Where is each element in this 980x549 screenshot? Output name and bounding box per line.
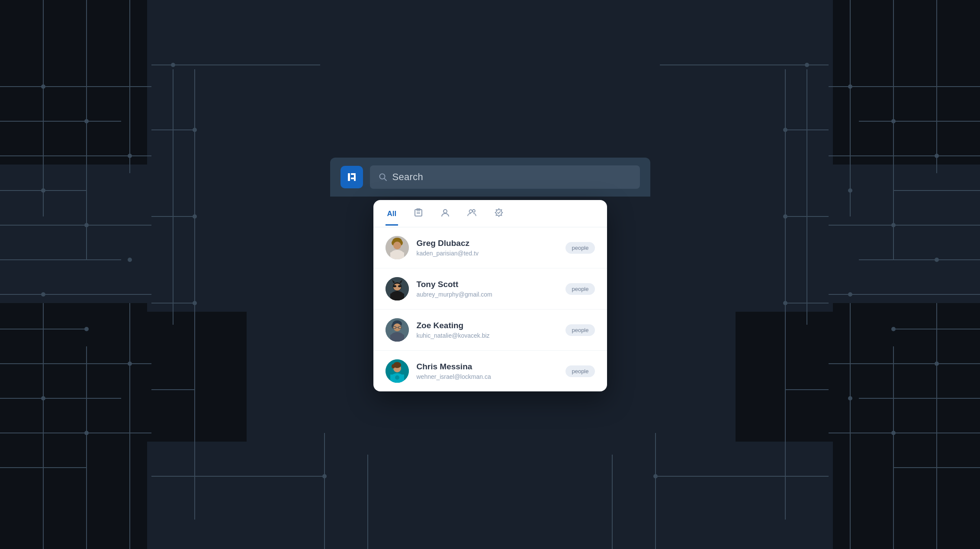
tab-all-label: All: [387, 210, 397, 218]
svg-point-61: [892, 327, 895, 331]
svg-point-28: [42, 189, 45, 192]
result-email-greg: kaden_parisian@ted.tv: [417, 250, 566, 257]
person1-icon: [440, 208, 450, 220]
svg-rect-97: [344, 170, 359, 184]
svg-point-84: [193, 301, 196, 305]
svg-point-33: [128, 362, 132, 365]
svg-point-54: [848, 85, 852, 88]
svg-point-60: [848, 293, 852, 296]
avatar-greg: [386, 236, 409, 259]
results-list: Greg Dlubacz kaden_parisian@ted.tv peopl…: [373, 227, 607, 391]
svg-point-25: [42, 85, 45, 88]
search-icon: [379, 173, 387, 181]
svg-point-88: [784, 301, 787, 305]
svg-point-62: [935, 362, 938, 365]
verified-icon: [494, 208, 504, 220]
svg-point-64: [892, 431, 895, 435]
svg-rect-99: [351, 173, 356, 175]
result-email-chris: wehner_israel@lockman.ca: [417, 373, 566, 380]
svg-point-135: [395, 329, 400, 332]
header-bar: Search: [330, 158, 650, 197]
svg-rect-3: [833, 0, 980, 165]
svg-point-58: [892, 223, 895, 227]
svg-rect-1: [0, 0, 147, 165]
svg-rect-100: [354, 175, 356, 181]
svg-point-27: [128, 154, 132, 158]
svg-point-83: [193, 215, 196, 218]
result-badge-greg: people: [566, 242, 594, 254]
svg-point-59: [935, 258, 938, 262]
svg-point-31: [42, 293, 45, 296]
result-info-zoe: Zoe Keating kuhic_natalie@kovacek.biz: [417, 321, 566, 339]
tab-person1[interactable]: [439, 200, 452, 227]
svg-point-110: [472, 210, 475, 212]
result-name-greg: Greg Dlubacz: [417, 239, 566, 248]
svg-point-143: [392, 364, 395, 368]
svg-rect-5: [74, 312, 247, 442]
svg-point-34: [42, 397, 45, 400]
avatar-zoe: [386, 318, 409, 342]
tabs-bar: All: [373, 200, 607, 227]
svg-point-56: [935, 154, 938, 158]
search-results-panel: All: [373, 200, 607, 391]
search-input-text: Search: [392, 171, 424, 183]
result-badge-tony: people: [566, 283, 594, 295]
result-badge-zoe: people: [566, 324, 594, 336]
svg-rect-127: [390, 294, 404, 300]
svg-point-63: [848, 397, 852, 400]
person2-icon: [467, 208, 477, 220]
svg-rect-137: [390, 335, 404, 342]
result-item-chris[interactable]: Chris Messina wehner_israel@lockman.ca p…: [373, 351, 607, 391]
svg-rect-6: [736, 312, 909, 442]
tab-person2[interactable]: [466, 200, 479, 227]
svg-point-109: [469, 210, 472, 213]
result-item-zoe[interactable]: Zoe Keating kuhic_natalie@kovacek.biz pe…: [373, 310, 607, 351]
svg-point-95: [323, 475, 326, 478]
svg-point-87: [784, 215, 787, 218]
svg-point-96: [654, 475, 657, 478]
svg-point-81: [171, 63, 175, 67]
result-badge-chris: people: [566, 365, 594, 377]
avatar-tony: [386, 277, 409, 300]
svg-point-124: [393, 285, 396, 287]
result-name-tony: Tony Scott: [417, 280, 566, 289]
result-email-tony: aubrey_murphy@gmail.com: [417, 291, 566, 298]
svg-rect-101: [351, 178, 354, 179]
svg-point-82: [193, 128, 196, 132]
svg-point-29: [85, 223, 88, 227]
boards-icon: [414, 208, 423, 220]
svg-rect-118: [390, 252, 404, 259]
result-info-tony: Tony Scott aubrey_murphy@gmail.com: [417, 280, 566, 298]
result-info-greg: Greg Dlubacz kaden_parisian@ted.tv: [417, 239, 566, 257]
result-item-greg[interactable]: Greg Dlubacz kaden_parisian@ted.tv peopl…: [373, 227, 607, 268]
svg-rect-98: [348, 173, 350, 181]
device-wrapper: Search All: [330, 158, 650, 391]
svg-point-125: [398, 285, 402, 287]
result-info-chris: Chris Messina wehner_israel@lockman.ca: [417, 362, 566, 380]
svg-point-85: [805, 63, 809, 67]
svg-point-32: [85, 327, 88, 331]
result-name-zoe: Zoe Keating: [417, 321, 566, 330]
tab-all[interactable]: All: [386, 202, 398, 226]
svg-point-144: [395, 375, 399, 380]
search-bar[interactable]: Search: [370, 165, 640, 189]
result-item-tony[interactable]: Tony Scott aubrey_murphy@gmail.com peopl…: [373, 268, 607, 310]
tab-verified[interactable]: [492, 200, 505, 227]
svg-point-57: [848, 189, 852, 192]
svg-point-116: [393, 242, 401, 249]
svg-point-26: [85, 119, 88, 123]
result-name-chris: Chris Messina: [417, 362, 566, 371]
svg-point-30: [128, 258, 132, 262]
svg-point-35: [85, 431, 88, 435]
tab-boards[interactable]: [412, 200, 425, 227]
app-logo: [341, 166, 363, 188]
svg-point-86: [784, 128, 787, 132]
result-email-zoe: kuhic_natalie@kovacek.biz: [417, 332, 566, 339]
svg-point-108: [443, 210, 447, 213]
svg-point-55: [892, 119, 895, 123]
svg-line-103: [384, 178, 386, 181]
avatar-chris: [386, 359, 409, 383]
